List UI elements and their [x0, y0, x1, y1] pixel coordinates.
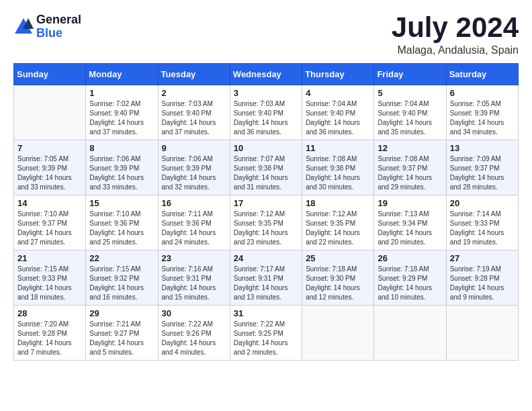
day-number: 10 [234, 143, 298, 153]
day-number: 11 [306, 143, 370, 153]
day-number: 2 [162, 88, 226, 98]
day-info: Sunrise: 7:03 AMSunset: 9:40 PMDaylight:… [162, 99, 226, 137]
day-number: 13 [450, 143, 515, 153]
calendar-cell: 1Sunrise: 7:02 AMSunset: 9:40 PMDaylight… [86, 85, 158, 140]
calendar-table: SundayMondayTuesdayWednesdayThursdayFrid… [13, 63, 519, 361]
day-info: Sunrise: 7:21 AMSunset: 9:27 PMDaylight:… [89, 320, 154, 357]
day-number: 23 [162, 253, 226, 263]
calendar-cell: 6Sunrise: 7:05 AMSunset: 9:39 PMDaylight… [446, 85, 518, 140]
day-number: 5 [378, 88, 442, 98]
calendar-cell: 17Sunrise: 7:12 AMSunset: 9:35 PMDayligh… [230, 195, 302, 250]
calendar-week-row: 7Sunrise: 7:05 AMSunset: 9:39 PMDaylight… [14, 140, 519, 195]
calendar-cell: 29Sunrise: 7:21 AMSunset: 9:27 PMDayligh… [86, 306, 158, 361]
calendar-week-row: 14Sunrise: 7:10 AMSunset: 9:37 PMDayligh… [14, 195, 519, 250]
calendar-header-tuesday: Tuesday [158, 64, 230, 85]
day-info: Sunrise: 7:02 AMSunset: 9:40 PMDaylight:… [89, 99, 154, 137]
day-number: 19 [378, 198, 442, 208]
calendar-cell: 13Sunrise: 7:09 AMSunset: 9:37 PMDayligh… [446, 140, 518, 195]
day-info: Sunrise: 7:22 AMSunset: 9:25 PMDaylight:… [234, 320, 298, 357]
day-info: Sunrise: 7:07 AMSunset: 9:38 PMDaylight:… [234, 154, 298, 192]
calendar-cell: 4Sunrise: 7:04 AMSunset: 9:40 PMDaylight… [302, 85, 374, 140]
day-info: Sunrise: 7:12 AMSunset: 9:35 PMDaylight:… [234, 210, 298, 247]
calendar-cell: 18Sunrise: 7:12 AMSunset: 9:35 PMDayligh… [302, 195, 374, 250]
calendar-cell: 25Sunrise: 7:18 AMSunset: 9:30 PMDayligh… [302, 250, 374, 306]
day-number: 15 [89, 198, 154, 208]
day-number: 12 [378, 143, 442, 153]
day-info: Sunrise: 7:10 AMSunset: 9:36 PMDaylight:… [89, 210, 154, 247]
day-number: 25 [306, 253, 370, 263]
calendar-cell: 14Sunrise: 7:10 AMSunset: 9:37 PMDayligh… [14, 195, 86, 250]
calendar-cell: 22Sunrise: 7:15 AMSunset: 9:32 PMDayligh… [86, 250, 158, 306]
calendar-header-monday: Monday [86, 64, 158, 85]
day-number: 1 [89, 88, 154, 98]
day-info: Sunrise: 7:10 AMSunset: 9:37 PMDaylight:… [17, 210, 82, 247]
day-number: 21 [17, 253, 82, 263]
day-info: Sunrise: 7:05 AMSunset: 9:39 PMDaylight:… [17, 154, 82, 192]
day-info: Sunrise: 7:13 AMSunset: 9:34 PMDaylight:… [378, 210, 442, 247]
day-info: Sunrise: 7:18 AMSunset: 9:30 PMDaylight:… [306, 265, 370, 302]
location-title: Malaga, Andalusia, Spain [392, 44, 519, 56]
logo-general: General [36, 13, 81, 27]
day-number: 18 [306, 198, 370, 208]
day-number: 24 [234, 253, 298, 263]
logo-blue: Blue [36, 27, 81, 40]
calendar-cell: 11Sunrise: 7:08 AMSunset: 9:38 PMDayligh… [302, 140, 374, 195]
day-number: 6 [450, 88, 515, 98]
day-info: Sunrise: 7:08 AMSunset: 9:37 PMDaylight:… [378, 154, 442, 192]
calendar-cell: 31Sunrise: 7:22 AMSunset: 9:25 PMDayligh… [230, 306, 302, 361]
day-number: 7 [17, 143, 82, 153]
day-number: 20 [450, 198, 515, 208]
day-number: 9 [162, 143, 226, 153]
logo-text: General Blue [36, 13, 81, 40]
calendar-cell: 2Sunrise: 7:03 AMSunset: 9:40 PMDaylight… [158, 85, 230, 140]
calendar-cell: 8Sunrise: 7:06 AMSunset: 9:39 PMDaylight… [86, 140, 158, 195]
day-info: Sunrise: 7:14 AMSunset: 9:33 PMDaylight:… [450, 210, 515, 247]
calendar-header-wednesday: Wednesday [230, 64, 302, 85]
calendar-week-row: 28Sunrise: 7:20 AMSunset: 9:28 PMDayligh… [14, 306, 519, 361]
day-number: 27 [450, 253, 515, 263]
day-number: 31 [234, 308, 298, 318]
calendar-cell: 27Sunrise: 7:19 AMSunset: 9:28 PMDayligh… [446, 250, 518, 306]
calendar-cell: 28Sunrise: 7:20 AMSunset: 9:28 PMDayligh… [14, 306, 86, 361]
calendar-cell: 16Sunrise: 7:11 AMSunset: 9:36 PMDayligh… [158, 195, 230, 250]
calendar-cell: 3Sunrise: 7:03 AMSunset: 9:40 PMDaylight… [230, 85, 302, 140]
day-number: 28 [17, 308, 82, 318]
logo: General Blue [13, 13, 81, 40]
calendar-header-row: SundayMondayTuesdayWednesdayThursdayFrid… [14, 64, 519, 85]
calendar-cell: 24Sunrise: 7:17 AMSunset: 9:31 PMDayligh… [230, 250, 302, 306]
calendar-cell [302, 306, 374, 361]
day-info: Sunrise: 7:17 AMSunset: 9:31 PMDaylight:… [234, 265, 298, 302]
calendar-header-friday: Friday [374, 64, 446, 85]
calendar-cell: 23Sunrise: 7:16 AMSunset: 9:31 PMDayligh… [158, 250, 230, 306]
day-info: Sunrise: 7:19 AMSunset: 9:28 PMDaylight:… [450, 265, 515, 302]
day-number: 16 [162, 198, 226, 208]
calendar-cell: 15Sunrise: 7:10 AMSunset: 9:36 PMDayligh… [86, 195, 158, 250]
calendar-header-sunday: Sunday [14, 64, 86, 85]
day-number: 26 [378, 253, 442, 263]
calendar-week-row: 21Sunrise: 7:15 AMSunset: 9:33 PMDayligh… [14, 250, 519, 306]
calendar-cell: 20Sunrise: 7:14 AMSunset: 9:33 PMDayligh… [446, 195, 518, 250]
day-number: 22 [89, 253, 154, 263]
calendar-cell: 21Sunrise: 7:15 AMSunset: 9:33 PMDayligh… [14, 250, 86, 306]
day-info: Sunrise: 7:04 AMSunset: 9:40 PMDaylight:… [378, 99, 442, 137]
calendar-cell [446, 306, 518, 361]
day-number: 8 [89, 143, 154, 153]
day-info: Sunrise: 7:04 AMSunset: 9:40 PMDaylight:… [306, 99, 370, 137]
day-info: Sunrise: 7:15 AMSunset: 9:32 PMDaylight:… [89, 265, 154, 302]
calendar-header-thursday: Thursday [302, 64, 374, 85]
calendar-cell: 26Sunrise: 7:18 AMSunset: 9:29 PMDayligh… [374, 250, 446, 306]
calendar-header-saturday: Saturday [446, 64, 518, 85]
day-info: Sunrise: 7:08 AMSunset: 9:38 PMDaylight:… [306, 154, 370, 192]
calendar-cell: 30Sunrise: 7:22 AMSunset: 9:26 PMDayligh… [158, 306, 230, 361]
calendar-cell: 5Sunrise: 7:04 AMSunset: 9:40 PMDaylight… [374, 85, 446, 140]
day-info: Sunrise: 7:18 AMSunset: 9:29 PMDaylight:… [378, 265, 442, 302]
day-number: 17 [234, 198, 298, 208]
logo-icon [13, 17, 34, 37]
day-info: Sunrise: 7:22 AMSunset: 9:26 PMDaylight:… [162, 320, 226, 357]
calendar-cell [374, 306, 446, 361]
day-number: 14 [17, 198, 82, 208]
day-info: Sunrise: 7:06 AMSunset: 9:39 PMDaylight:… [89, 154, 154, 192]
calendar-week-row: 1Sunrise: 7:02 AMSunset: 9:40 PMDaylight… [14, 85, 519, 140]
day-info: Sunrise: 7:12 AMSunset: 9:35 PMDaylight:… [306, 210, 370, 247]
day-info: Sunrise: 7:20 AMSunset: 9:28 PMDaylight:… [17, 320, 82, 357]
